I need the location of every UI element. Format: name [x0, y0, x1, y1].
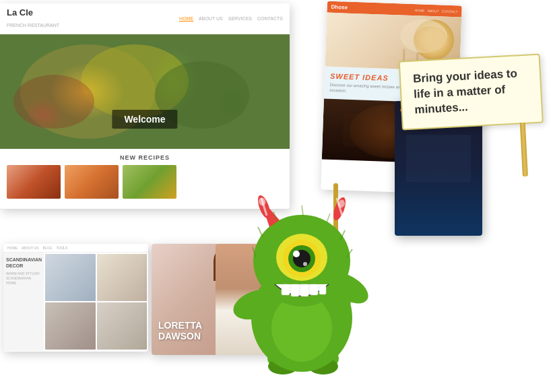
logo-area: La Cle FRENCH RESTAURANT — [7, 7, 59, 30]
tr-nav-contact[interactable]: CONTACT — [442, 9, 458, 13]
sign-pole — [520, 123, 528, 176]
bl-nav-about[interactable]: ABOUT US — [22, 246, 38, 250]
bl-sidebar-text: WARM AND STYLISH SCANDINAVIAN HOME — [6, 271, 41, 286]
sign-text: Bring your ideas to life in a matter of … — [413, 66, 529, 119]
svg-rect-41 — [319, 286, 326, 294]
mockup-scandinavian: HOME ABOUT US BLOG TOOLS SCANDINAVIAN DE… — [3, 244, 148, 352]
recipe-thumb-2 — [65, 165, 119, 199]
nav-bar: La Cle FRENCH RESTAURANT HOME ABOUT US S… — [0, 3, 290, 34]
sign-container: Bring your ideas to life in a matter of … — [399, 54, 546, 176]
bl-gallery-item-1 — [45, 254, 96, 301]
monster-mascot — [216, 163, 391, 379]
bl-content: SCANDINAVIAN DECOR WARM AND STYLISH SCAN… — [3, 253, 148, 351]
nav-contacts[interactable]: CONTACTS — [257, 16, 283, 21]
nav-links: HOME ABOUT US SERVICES CONTACTS — [179, 16, 283, 21]
svg-rect-37 — [282, 284, 290, 295]
logo-subtitle: FRENCH RESTAURANT — [7, 23, 59, 28]
svg-line-43 — [258, 227, 263, 237]
bc-name-line2: DAWSON — [158, 331, 202, 341]
recipe-thumb-1 — [7, 165, 61, 199]
bl-gallery — [44, 253, 148, 351]
svg-rect-39 — [300, 284, 308, 296]
nav-about[interactable]: ABOUT US — [199, 16, 223, 21]
bl-sidebar-title: SCANDINAVIAN DECOR — [6, 257, 41, 269]
recipe-thumb-3 — [123, 165, 176, 199]
tr-nav-links: HOME ABOUT CONTACT — [414, 8, 457, 13]
logo-text: La Cle — [7, 7, 59, 18]
svg-point-35 — [293, 251, 300, 257]
bl-gallery-item-3 — [45, 302, 96, 350]
bl-nav: HOME ABOUT US BLOG TOOLS — [3, 244, 148, 253]
bl-sidebar: SCANDINAVIAN DECOR WARM AND STYLISH SCAN… — [3, 253, 44, 351]
recipes-title: NEW RECIPES — [7, 154, 283, 161]
bl-nav-tools[interactable]: TOOLS — [56, 246, 67, 250]
svg-point-49 — [327, 292, 351, 311]
bc-text-overlay: LORETTA DAWSON — [158, 321, 202, 341]
svg-point-36 — [303, 262, 307, 266]
nav-home[interactable]: HOME — [179, 16, 193, 21]
bl-gallery-item-4 — [97, 302, 148, 350]
hero-label: Welcome — [112, 110, 177, 129]
bl-gallery-item-2 — [97, 254, 148, 301]
svg-rect-38 — [291, 284, 299, 296]
sign-board: Bring your ideas to life in a matter of … — [399, 54, 544, 131]
scene: La Cle FRENCH RESTAURANT HOME ABOUT US S… — [0, 0, 553, 392]
tr-nav-home[interactable]: HOME — [414, 8, 424, 13]
tr-logo: Dhose — [331, 4, 348, 11]
svg-line-47 — [302, 205, 303, 216]
hero-image: Welcome — [0, 34, 290, 149]
monster-svg — [216, 163, 391, 379]
tr-nav-about[interactable]: ABOUT — [427, 8, 438, 13]
nav-services[interactable]: SERVICES — [228, 16, 252, 21]
bl-nav-home[interactable]: HOME — [7, 246, 18, 250]
bl-nav-blog[interactable]: BLOG — [42, 246, 52, 250]
svg-point-2 — [13, 75, 94, 129]
svg-line-48 — [327, 214, 330, 222]
svg-rect-40 — [310, 284, 318, 295]
bc-name-line1: LORETTA — [158, 321, 202, 331]
